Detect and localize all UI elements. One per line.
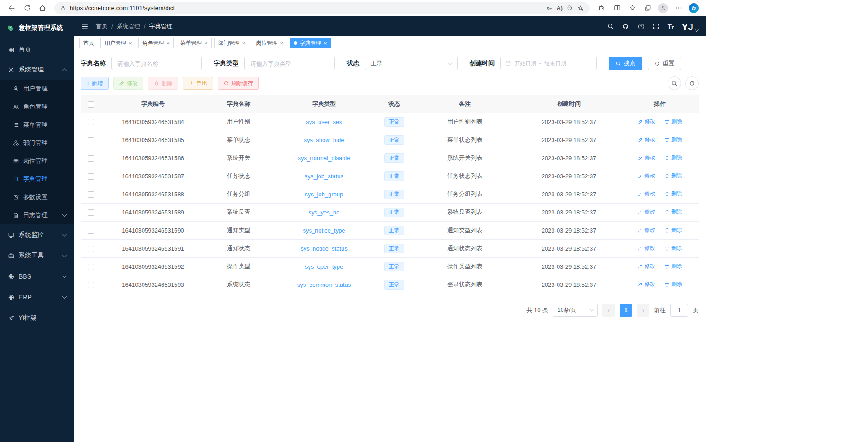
sidebar-item-dept-mgmt[interactable]: 部门管理 [0,134,74,152]
dict-type-link[interactable]: sys_yes_no [309,209,340,216]
password-key-icon[interactable] [546,5,553,12]
dict-type-link[interactable]: sys_common_status [297,281,351,288]
add-button[interactable]: + 新增 [81,77,109,90]
bing-copilot-icon[interactable]: b [687,2,701,14]
browser-home-button[interactable] [35,2,50,14]
current-page-button[interactable]: 1 [620,304,632,317]
font-size-icon[interactable]: TT [668,23,674,30]
dict-type-link[interactable]: sys_notice_type [303,227,345,234]
row-edit-button[interactable]: 修改 [638,226,655,234]
row-checkbox[interactable] [88,246,94,252]
profile-avatar[interactable] [656,2,670,14]
row-delete-button[interactable]: 删除 [664,136,682,143]
date-range-picker[interactable]: 开始日期 - 结束日期 [500,57,597,70]
row-delete-button[interactable]: 删除 [664,244,682,252]
end-date-placeholder[interactable]: 结束日期 [544,60,566,67]
status-select[interactable]: 正常 [365,57,458,70]
yj-logo[interactable]: YJ [682,22,698,31]
page-size-select[interactable]: 10条/页 [553,304,598,317]
page-tab[interactable]: 部门管理 × [214,38,250,48]
sidebar-item-home[interactable]: 首页 [0,40,74,60]
page-tab[interactable]: 岗位管理 × [252,38,287,48]
app-logo[interactable]: 意框架管理系统 [0,16,74,40]
edit-button[interactable]: 修改 [113,77,143,90]
sidebar-collapse-button[interactable] [81,23,89,30]
add-favorite-icon[interactable] [577,5,584,12]
dict-type-link[interactable]: sys_job_status [305,173,343,180]
tab-close-icon[interactable]: × [242,40,246,46]
row-edit-button[interactable]: 修改 [638,154,655,162]
dict-type-link[interactable]: sys_job_group [305,191,343,198]
dict-type-link[interactable]: sys_normal_disable [298,155,350,162]
sidebar-item-menu-mgmt[interactable]: 菜单管理 [0,116,74,134]
export-button[interactable]: 导出 [183,77,213,90]
help-question-icon[interactable] [637,23,645,30]
goto-page-input[interactable] [670,304,688,317]
dict-type-link[interactable]: sys_oper_type [305,263,343,270]
search-button[interactable]: 搜索 [609,57,642,70]
breadcrumb-system[interactable]: 系统管理 [117,22,140,30]
refresh-cache-button[interactable]: 刷新缓存 [218,77,259,90]
tab-close-icon[interactable]: × [280,40,283,46]
browser-menu-icon[interactable] [671,2,686,14]
page-tab[interactable]: 用户管理 × [100,38,136,48]
row-delete-button[interactable]: 删除 [664,262,682,270]
sidebar-item-role-mgmt[interactable]: 角色管理 [0,98,74,116]
zoom-out-icon[interactable] [566,5,573,12]
sidebar-item-dict-mgmt[interactable]: 字典管理 [0,170,74,188]
sidebar-item-param-settings[interactable]: 参数设置 [0,188,74,206]
row-delete-button[interactable]: 删除 [664,154,682,162]
read-aloud-icon[interactable]: A) [557,5,563,11]
tab-close-icon[interactable]: × [167,40,170,46]
extensions-icon[interactable] [594,2,609,14]
browser-refresh-button[interactable] [20,2,34,14]
row-edit-button[interactable]: 修改 [638,208,655,216]
row-edit-button[interactable]: 修改 [638,262,655,270]
tab-close-icon[interactable]: × [324,40,327,46]
sidebar-item-post-mgmt[interactable]: 岗位管理 [0,152,74,170]
browser-back-button[interactable] [5,2,19,14]
prev-page-button[interactable]: ‹ [602,304,615,317]
row-edit-button[interactable]: 修改 [638,280,655,288]
page-tab[interactable]: 菜单管理 × [176,38,212,48]
dict-type-link[interactable]: sys_user_sex [306,119,342,125]
page-tab[interactable]: 字典管理 × [290,38,331,48]
collections-icon[interactable] [640,2,655,14]
row-edit-button[interactable]: 修改 [638,136,655,143]
reset-button[interactable]: 重置 [648,57,681,70]
sidebar-item-erp[interactable]: ERP [0,287,74,308]
sidebar-item-user-mgmt[interactable]: 用户管理 [0,80,74,98]
sidebar-item-log-mgmt[interactable]: 日志管理 [0,206,74,224]
start-date-placeholder[interactable]: 开始日期 [515,60,536,67]
row-delete-button[interactable]: 删除 [664,208,682,216]
delete-button[interactable]: 删除 [148,77,178,90]
sidebar-item-bbs[interactable]: BBS [0,266,74,287]
breadcrumb-home[interactable]: 首页 [96,22,108,30]
tab-close-icon[interactable]: × [129,40,132,46]
tab-close-icon[interactable]: × [204,40,208,46]
select-all-checkbox[interactable] [88,101,94,108]
row-delete-button[interactable]: 删除 [664,280,682,288]
row-checkbox[interactable] [88,209,94,216]
row-checkbox[interactable] [88,228,94,234]
row-checkbox[interactable] [88,264,94,270]
row-checkbox[interactable] [88,173,94,180]
github-icon[interactable] [622,23,630,30]
row-checkbox[interactable] [88,282,94,288]
row-delete-button[interactable]: 删除 [664,190,682,198]
sidebar-item-system-mgmt[interactable]: 系统管理 [0,60,74,80]
favorites-icon[interactable] [625,2,639,14]
row-checkbox[interactable] [88,191,94,198]
row-delete-button[interactable]: 删除 [664,226,682,234]
fullscreen-icon[interactable] [653,23,660,30]
sidebar-item-system-tools[interactable]: 系统工具 [0,245,74,266]
row-edit-button[interactable]: 修改 [638,172,655,180]
row-edit-button[interactable]: 修改 [638,244,655,252]
toggle-search-button[interactable] [668,76,681,90]
address-bar[interactable]: https://ccnetcore.com:1101/system/dict A… [54,2,590,14]
dict-name-input[interactable] [111,57,202,70]
sidebar-item-system-monitor[interactable]: 系统监控 [0,224,74,245]
page-tab[interactable]: 首页 × [79,38,98,48]
row-edit-button[interactable]: 修改 [638,118,655,125]
refresh-table-button[interactable] [685,76,699,90]
